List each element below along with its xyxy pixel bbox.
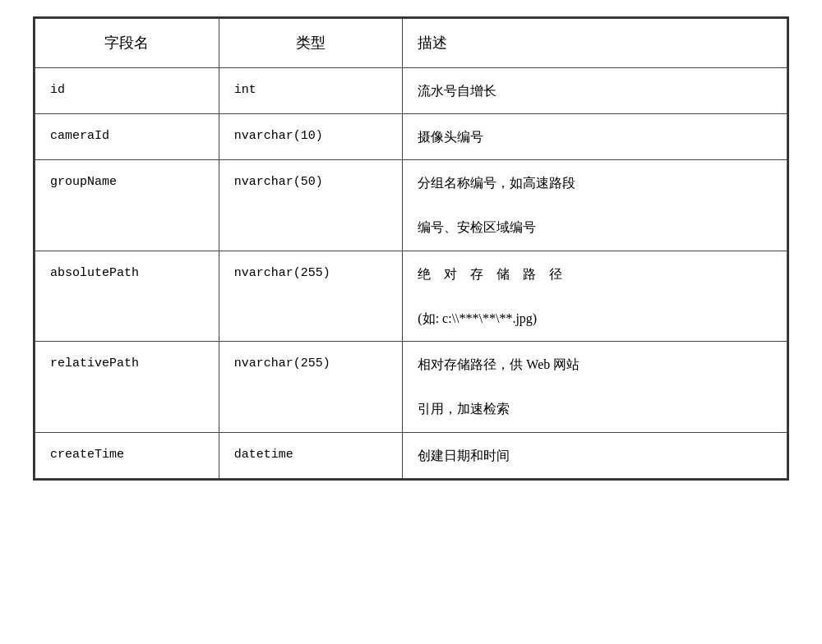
table-row: idint流水号自增长 (35, 67, 787, 113)
cell-field-name: relativePath (35, 342, 219, 433)
cell-field-name: groupName (35, 159, 219, 251)
cell-type: nvarchar(255) (219, 251, 403, 342)
cell-description: 摄像头编号 (403, 113, 787, 159)
cell-description: 绝 对 存 储 路 径(如: c:\\***\**\**.jpg) (403, 251, 787, 342)
cell-field-name: createTime (35, 432, 219, 478)
cell-type: nvarchar(10) (219, 113, 403, 159)
cell-field-name: absolutePath (35, 251, 219, 342)
table-row: cameraIdnvarchar(10)摄像头编号 (35, 113, 787, 159)
cell-type: int (219, 67, 403, 113)
table-row: createTimedatetime创建日期和时间 (35, 432, 787, 478)
cell-description: 分组名称编号，如高速路段编号、安检区域编号 (403, 159, 787, 251)
cell-field-name: cameraId (35, 113, 219, 159)
cell-description: 创建日期和时间 (403, 432, 787, 478)
table-row: groupNamenvarchar(50)分组名称编号，如高速路段编号、安检区域… (35, 159, 787, 251)
cell-description: 相对存储路径，供 Web 网站引用，加速检索 (403, 342, 787, 433)
table-row: absolutePathnvarchar(255)绝 对 存 储 路 径(如: … (35, 251, 787, 342)
table-row: relativePathnvarchar(255)相对存储路径，供 Web 网站… (35, 342, 787, 433)
cell-field-name: id (35, 67, 219, 113)
header-type: 类型 (219, 19, 403, 68)
cell-type: nvarchar(50) (219, 159, 403, 251)
cell-type: nvarchar(255) (219, 342, 403, 433)
cell-description: 流水号自增长 (403, 67, 787, 113)
table-header-row: 字段名 类型 描述 (35, 19, 787, 68)
header-description: 描述 (403, 19, 787, 68)
header-field-name: 字段名 (35, 19, 219, 68)
cell-type: datetime (219, 432, 403, 478)
database-schema-table: 字段名 类型 描述 idint流水号自增长cameraIdnvarchar(10… (33, 16, 789, 481)
